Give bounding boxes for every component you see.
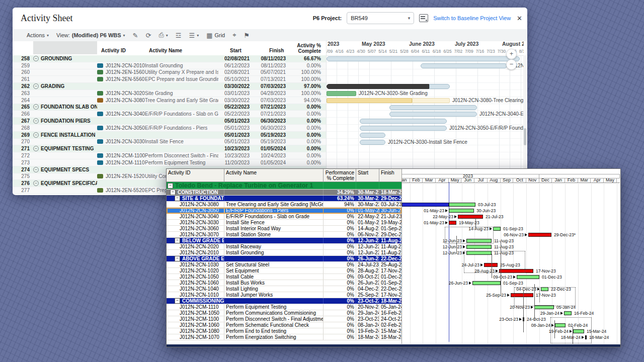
collapse-icon[interactable]: −: [168, 183, 173, 189]
table-row[interactable]: J012N-2CN-3040E/F/R/P Foundations - Slab…: [167, 214, 401, 220]
gantt-bar[interactable]: [389, 112, 477, 117]
table-row[interactable]: J012N-2CN-1040Install Lighting0%04-Dec-2…: [167, 286, 401, 292]
table-row[interactable]: 266J012N-2CN-3040E/F/R/P Foundations - S…: [13, 111, 326, 118]
gantt-bar[interactable]: [564, 311, 572, 315]
col-activity-id[interactable]: Activity ID: [167, 169, 224, 182]
gantt-bar[interactable]: [360, 140, 385, 145]
gantt-bar[interactable]: [421, 63, 507, 68]
collapse-icon[interactable]: −: [33, 118, 39, 124]
gantt-bar[interactable]: [360, 133, 385, 138]
gantt-bar[interactable]: [360, 126, 447, 131]
col-performance-pct[interactable]: Performance % Complete: [324, 169, 356, 182]
table-row[interactable]: 262−GRADING03/30/202207/03/202397.00%: [13, 83, 326, 90]
table-row[interactable]: 272J012N-2CM-1100Perform Disconnect Swit…: [13, 152, 326, 159]
col-start[interactable]: Start: [356, 169, 379, 182]
table-row[interactable]: 263J012N-2CN-3020Site Grading03/01/20230…: [13, 90, 326, 97]
table-row[interactable]: J012N-2CM-1110Perform Equipment Testing0…: [167, 304, 401, 310]
edit-icon[interactable]: ✎: [133, 32, 138, 39]
table-row[interactable]: 258−GROUNDING02/08/202108/11/202366.67%: [13, 55, 326, 62]
view-selector[interactable]: View: (Modified) P6 WBS ▾: [56, 32, 125, 38]
collapse-icon[interactable]: −: [33, 104, 39, 110]
table-row[interactable]: 261J012N-2EN-5560EPC Prepare and Issue G…: [13, 76, 326, 83]
actions-menu[interactable]: Actions ▾: [27, 32, 49, 38]
gantt-bar[interactable]: [466, 245, 492, 249]
table-row[interactable]: 259J012N-2CN-2010Install Grounding06/12/…: [13, 62, 326, 69]
table-row[interactable]: −COMMISSIONING0%23-Oct-2318-Mar-24: [167, 298, 401, 304]
table-row[interactable]: J012N-2CN-2010Install Grounding0%12-Jun-…: [167, 250, 401, 256]
gantt-bar[interactable]: [528, 233, 551, 237]
collapse-icon[interactable]: −: [33, 56, 39, 61]
collapse-icon[interactable]: −: [33, 132, 39, 138]
col-finish[interactable]: Finish: [379, 169, 401, 182]
gantt-bar[interactable]: [327, 84, 429, 89]
zoom-in-button[interactable]: +: [506, 49, 517, 59]
gantt-bar[interactable]: [449, 203, 475, 207]
gantt-bar[interactable]: [402, 203, 449, 207]
table-row[interactable]: J012N-2CN-1050Install Cable0%09-Oct-2301…: [167, 274, 401, 280]
gantt-bar[interactable]: [472, 281, 501, 285]
collapse-icon[interactable]: −: [33, 83, 39, 89]
gantt-bar[interactable]: [327, 91, 356, 96]
table-row[interactable]: 264J012N-2CN-3080Tree Clearing and Early…: [13, 97, 326, 104]
collapse-icon[interactable]: −: [175, 256, 180, 261]
gantt-bar[interactable]: [493, 227, 501, 231]
table-row[interactable]: 260J012N-2EN-1560Utility Company X Prepa…: [13, 69, 326, 76]
table-row[interactable]: 268J012N-2CN-3050E/F/R/P Foundations - P…: [13, 125, 326, 132]
table-row[interactable]: 269−FENCE INSTALLATION05/01/202305/19/20…: [13, 132, 326, 139]
baseline-flag-icon[interactable]: ⚑: [244, 32, 250, 39]
table-row[interactable]: J012N-2CM-1080Perform End to End testing…: [167, 328, 401, 334]
table-row[interactable]: J012N-2CM-1050Perform Communications Com…: [167, 310, 401, 316]
scrollbar-thumb[interactable]: [524, 128, 526, 145]
gantt-bar[interactable]: [327, 56, 520, 61]
table-row[interactable]: J012N-2CN-3030Install Site Fence0%01-May…: [167, 220, 401, 226]
table-row[interactable]: J012N-2CM-1070Perform Energization Switc…: [167, 334, 401, 340]
refresh-icon[interactable]: ⟳: [146, 32, 151, 39]
gantt-bar[interactable]: [429, 84, 450, 89]
filter-search-icon[interactable]: ☲: [176, 32, 182, 39]
table-row[interactable]: −Toledo Bend - Replace Turbine on Genera…: [167, 182, 401, 190]
table-row[interactable]: J012N-2CM-1060Perform Schematic Function…: [167, 322, 401, 328]
collapse-icon[interactable]: −: [33, 180, 39, 186]
collapse-icon[interactable]: −: [175, 298, 180, 304]
col-activity-name[interactable]: Activity Name: [224, 169, 324, 182]
table-row[interactable]: −CONSTRUCTION34.29%30-Mar-22 A18-Mar-24: [167, 190, 401, 196]
zoom-out-button[interactable]: −: [506, 59, 517, 70]
table-row[interactable]: 271−EQUIPMENT TESTING10/23/202301/05/202…: [13, 145, 326, 152]
gantt-bar[interactable]: [389, 105, 477, 110]
gantt-bar[interactable]: [449, 209, 474, 213]
gantt-bar[interactable]: [327, 98, 412, 103]
table-row[interactable]: J012N-2CN-1060Install Bus Works0%26-Jun-…: [167, 280, 401, 286]
table-row[interactable]: J012N-2CN-3050E/F/R/P Foundations - Pier…: [167, 208, 401, 214]
table-row[interactable]: J012N-2CN-3060Install Interior Road Way0…: [167, 226, 401, 232]
row-menu[interactable]: ☰ ▾: [189, 32, 199, 39]
collapse-icon[interactable]: −: [33, 167, 39, 172]
switch-baseline-link[interactable]: Switch to Baseline Project View: [433, 15, 511, 21]
close-icon[interactable]: ✕: [517, 15, 522, 22]
table-row[interactable]: J012N-2CN-3070Install Station Stone0%06-…: [167, 232, 401, 238]
gantt-bar[interactable]: [412, 98, 450, 103]
table-row[interactable]: J012N-2CM-1100Perform Disconnect Switch …: [167, 316, 401, 322]
table-row[interactable]: 270J012N-2CN-3030Install Site Fence05/01…: [13, 139, 326, 146]
project-select[interactable]: BR549 ▾: [347, 12, 414, 24]
collapse-icon[interactable]: −: [175, 238, 180, 243]
table-row[interactable]: −ABOVE GRADE ELECTRICAL0%26-Jun-2322-Dec…: [167, 256, 401, 262]
collapse-icon[interactable]: −: [175, 196, 180, 201]
table-row[interactable]: 273J012N-2CM-1110Perform Equipment Testi…: [13, 159, 326, 166]
table-row[interactable]: 267−FOUNDATION PIERS05/01/202306/30/2023…: [13, 118, 326, 125]
table-row[interactable]: −SITE & FOUNDATION63.24%30-Mar-22 A29-De…: [167, 196, 401, 202]
table-row[interactable]: J012N-2CN-2020Install Raceway0%12-Jun-23…: [167, 244, 401, 250]
table-row[interactable]: J012N-2CN-1030Set Structural Steel0%24-J…: [167, 262, 401, 268]
collapse-icon[interactable]: −: [170, 190, 176, 195]
gantt-bar[interactable]: [517, 275, 539, 279]
table-row[interactable]: −BELOW GRADE ELECTRICAL0%12-Jun-2311-Aug…: [167, 238, 401, 244]
table-row[interactable]: J012N-2CN-3080Tree Clearing and Early Si…: [167, 202, 401, 208]
table-row[interactable]: J012N-2CN-1020Set Equipment0%28-Aug-2317…: [167, 268, 401, 274]
gantt-bar[interactable]: [360, 119, 447, 124]
print-button[interactable]: ⎙ ▾: [158, 31, 168, 39]
collapse-icon[interactable]: −: [33, 146, 39, 151]
gantt-bar[interactable]: [458, 215, 483, 219]
table-row[interactable]: 265−FOUNDATION SLAB ON GRADE05/22/202307…: [13, 104, 326, 111]
gantt-bar[interactable]: [449, 221, 456, 225]
baseline-view-icon[interactable]: [419, 14, 428, 22]
grid-toggle[interactable]: ▦ Grid: [206, 32, 225, 39]
